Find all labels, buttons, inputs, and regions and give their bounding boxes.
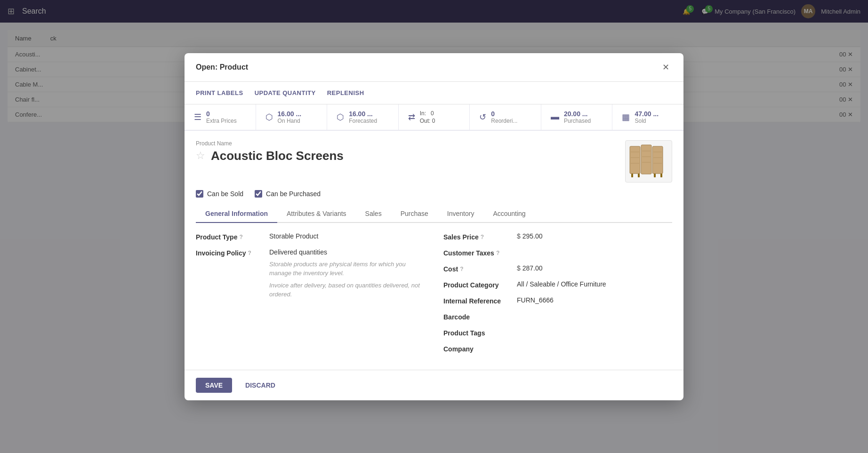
product-image-svg [627,143,670,180]
forecasted-value: 16.00 ... [349,110,377,118]
can-be-purchased-checkbox-item: Can be Purchased [255,190,321,198]
product-type-label: Product Type ? [196,232,262,241]
modal-title: Open: Product [196,63,248,72]
modal-header: Open: Product ✕ [185,53,683,82]
tabs-row: General Information Attributes & Variant… [196,205,672,223]
save-button[interactable]: SAVE [196,378,232,393]
product-type-row: Product Type ? Storable Product [196,232,425,241]
sold-value: 47.00 ... [635,110,659,118]
stat-on-hand[interactable]: ⬡ 16.00 ... On Hand [256,104,328,130]
stat-in-out[interactable]: ⇄ In: 0 Out: 0 [399,104,470,130]
modal-body: Product Name ☆ Acoustic Bloc Screens [185,131,683,370]
reorder-icon: ↺ [479,112,486,122]
boxes-icon: ⬡ [265,112,273,122]
product-category-value[interactable]: All / Saleable / Office Furniture [517,280,672,288]
product-tags-row: Product Tags [443,328,672,337]
list-icon: ☰ [194,112,201,122]
discard-button[interactable]: DISCARD [238,378,283,393]
stat-reorder[interactable]: ↺ 0 Reorderi... [470,104,541,130]
company-label: Company [443,344,509,353]
svg-rect-15 [660,174,662,177]
invoicing-policy-row: Invoicing Policy ? Delivered quantities … [196,248,425,299]
sales-price-value[interactable]: 295.00 [522,232,543,240]
reorder-value: 0 [491,110,517,118]
svg-rect-1 [641,145,651,174]
modal-footer: SAVE DISCARD [185,370,683,400]
can-be-purchased-checkbox[interactable] [255,190,262,198]
svg-rect-2 [652,146,663,174]
can-be-sold-label: Can be Sold [207,190,243,198]
product-name-label: Product Name [196,140,625,147]
print-labels-button[interactable]: PRINT LABELS [196,87,243,98]
replenish-button[interactable]: REPLENISH [327,87,364,98]
barcode-row: Barcode [443,312,672,321]
forecast-icon: ⬡ [337,112,344,122]
product-type-help-icon[interactable]: ? [239,234,242,240]
internal-reference-label: Internal Reference [443,296,509,305]
form-content: Product Type ? Storable Product Invoicin… [196,232,672,360]
stat-sold[interactable]: ▦ 47.00 ... Sold [612,104,683,130]
product-category-label: Product Category [443,280,509,289]
favorite-star-icon[interactable]: ☆ [196,150,205,162]
stat-extra-prices[interactable]: ☰ 0 Extra Prices [185,104,256,130]
form-right: Sales Price ? $ 295.00 Customer Taxes ? [443,232,672,360]
reorder-label: Reorderi... [491,118,517,124]
sales-price-label: Sales Price ? [443,232,509,241]
can-be-sold-checkbox-item: Can be Sold [196,190,243,198]
cost-row: Cost ? $ 287.00 [443,264,672,273]
svg-rect-14 [654,174,656,177]
purchased-value: 20.00 ... [564,110,591,118]
stat-forecasted[interactable]: ⬡ 16.00 ... Forecasted [327,104,399,130]
stats-row: ☰ 0 Extra Prices ⬡ 16.00 ... On Hand ⬡ 1… [185,104,683,131]
cost-value[interactable]: 287.00 [522,264,543,272]
svg-rect-12 [631,174,633,177]
transfer-icon: ⇄ [408,112,415,122]
product-category-row: Product Category All / Saleable / Office… [443,280,672,289]
tab-inventory[interactable]: Inventory [438,205,484,223]
product-modal: Open: Product ✕ PRINT LABELS UPDATE QUAN… [185,53,683,400]
product-header: Product Name ☆ Acoustic Bloc Screens [196,140,672,183]
cost-help-icon[interactable]: ? [460,266,463,272]
forecasted-label: Forecasted [349,118,377,124]
tab-accounting[interactable]: Accounting [483,205,535,223]
cost-label: Cost ? [443,264,509,273]
invoicing-hint-2: Invoice after delivery, based on quantit… [269,281,425,299]
product-type-value[interactable]: Storable Product [269,232,425,240]
purchased-label: Purchased [564,118,591,124]
internal-reference-value[interactable]: FURN_6666 [517,296,672,304]
in-value: In: 0 [420,110,435,117]
on-hand-label: On Hand [278,118,302,124]
sales-price-row: Sales Price ? $ 295.00 [443,232,672,241]
invoicing-policy-help-icon[interactable]: ? [248,250,251,256]
tab-sales[interactable]: Sales [356,205,391,223]
product-name[interactable]: Acoustic Bloc Screens [211,149,344,163]
can-be-purchased-label: Can be Purchased [266,190,321,198]
customer-taxes-label: Customer Taxes ? [443,248,509,257]
product-name-row: ☆ Acoustic Bloc Screens [196,149,625,163]
cost-currency: $ [517,264,521,272]
sales-price-help-icon[interactable]: ? [481,234,484,240]
product-image[interactable] [625,140,672,183]
internal-reference-row: Internal Reference FURN_6666 [443,296,672,305]
sales-price-currency: $ [517,232,521,240]
customer-taxes-row: Customer Taxes ? [443,248,672,257]
on-hand-value: 16.00 ... [278,110,302,118]
customer-taxes-help-icon[interactable]: ? [496,250,499,256]
extra-prices-value: 0 [206,110,237,118]
invoicing-policy-label: Invoicing Policy ? [196,248,262,257]
close-button[interactable]: ✕ [659,61,672,74]
update-quantity-button[interactable]: UPDATE QUANTITY [255,87,316,98]
product-name-section: Product Name ☆ Acoustic Bloc Screens [196,140,625,163]
svg-rect-0 [630,146,640,174]
can-be-sold-checkbox[interactable] [196,190,203,198]
invoicing-policy-value[interactable]: Delivered quantities [269,248,425,256]
action-row: PRINT LABELS UPDATE QUANTITY REPLENISH [185,82,683,104]
stat-purchased[interactable]: ▬ 20.00 ... Purchased [541,104,613,130]
tab-general-information[interactable]: General Information [196,205,277,223]
barcode-label: Barcode [443,312,509,321]
purchase-icon: ▬ [551,112,559,122]
out-value: Out: 0 [420,118,435,124]
tab-purchase[interactable]: Purchase [391,205,438,223]
form-left: Product Type ? Storable Product Invoicin… [196,232,425,360]
tab-attributes-variants[interactable]: Attributes & Variants [277,205,356,223]
